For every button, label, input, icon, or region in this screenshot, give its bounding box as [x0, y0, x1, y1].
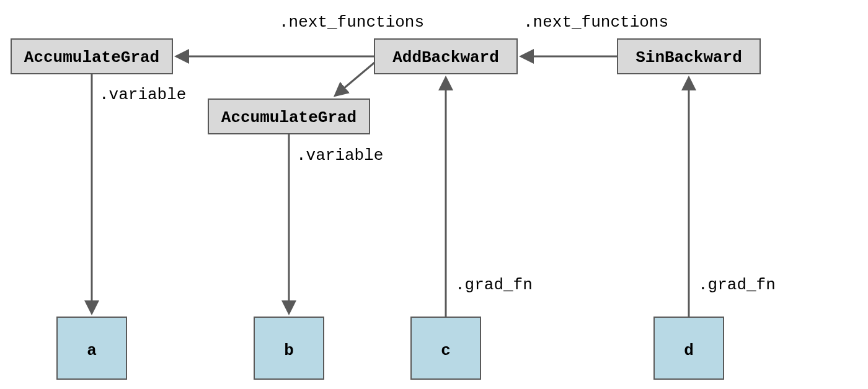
node-label: AccumulateGrad: [221, 108, 356, 127]
node-accumulate-grad-b: AccumulateGrad: [208, 99, 370, 134]
node-add-backward: AddBackward: [374, 39, 517, 74]
node-variable-a: a: [57, 317, 126, 379]
node-sin-backward: SinBackward: [618, 39, 760, 74]
edge-label-next-functions-1: .next_functions: [279, 13, 424, 32]
edge-label-variable-b: .variable: [296, 146, 383, 165]
node-variable-d: d: [654, 317, 724, 379]
node-variable-c: c: [411, 317, 480, 379]
node-accumulate-grad-a: AccumulateGrad: [11, 39, 172, 74]
node-variable-b: b: [254, 317, 324, 379]
node-label: b: [284, 341, 294, 360]
node-label: AddBackward: [392, 48, 499, 67]
node-label: AccumulateGrad: [24, 48, 159, 67]
autograd-graph-diagram: AccumulateGrad AccumulateGrad AddBackwar…: [0, 0, 868, 389]
edge-label-grad-fn-d: .grad_fn: [698, 276, 776, 294]
edge-label-variable-a: .variable: [99, 85, 186, 104]
node-label: a: [87, 341, 97, 360]
edge-addbackward-to-accgrad-b: [335, 63, 374, 95]
edge-label-next-functions-2: .next_functions: [523, 13, 668, 32]
node-label: SinBackward: [636, 48, 742, 67]
node-label: c: [441, 341, 451, 360]
edge-label-grad-fn-c: .grad_fn: [455, 276, 533, 294]
node-label: d: [684, 341, 694, 360]
